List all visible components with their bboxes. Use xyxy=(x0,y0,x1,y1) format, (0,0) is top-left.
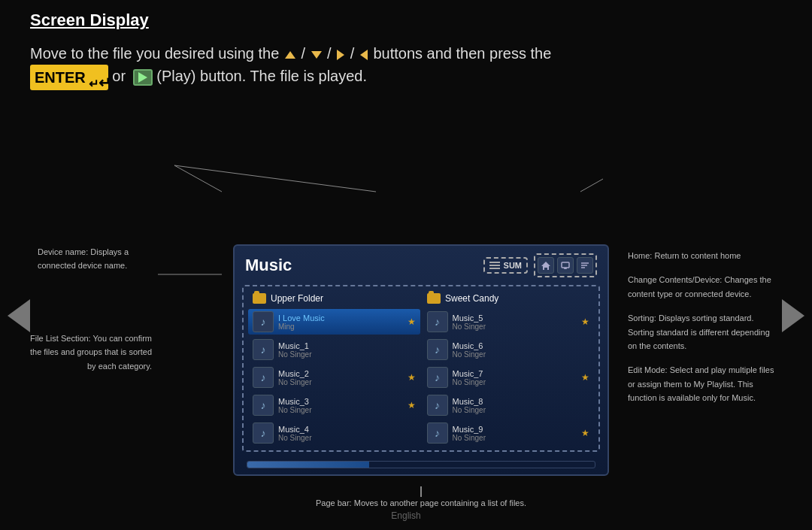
instruction-part1: Move to the file you desired using the xyxy=(30,45,279,62)
file-list-annotation: File List Section: You can confirm the f… xyxy=(24,331,152,372)
page-bar-annotation-container: Page bar: Moves to another page containi… xyxy=(222,486,620,507)
page-title: Screen Display xyxy=(30,11,149,30)
music-file-name: Music_5 xyxy=(453,313,577,323)
play-button-icon xyxy=(133,69,153,86)
edit-mode-annotation: Edit Mode: Select and play multiple file… xyxy=(628,362,774,404)
star-icon: ★ xyxy=(581,316,589,327)
music-note-icon: ♪ xyxy=(253,311,274,332)
sum-tab-container: SUM xyxy=(483,257,528,274)
device-name-annotation: Device name: Displays a connected device… xyxy=(38,244,158,272)
music-file-artist: No Singer xyxy=(278,350,416,359)
music-file-info: Music_4No Singer xyxy=(278,425,416,442)
file-grid: ♪I Love MusicMing★♪Music_5No Singer★♪Mus… xyxy=(248,309,594,446)
music-file-artist: No Singer xyxy=(278,406,403,414)
page-bar-annotation: Page bar: Moves to another page containi… xyxy=(222,498,620,507)
music-title: Music xyxy=(245,256,292,275)
music-file-name: Music_9 xyxy=(453,425,577,434)
footer-language: English xyxy=(391,510,420,521)
svg-rect-8 xyxy=(562,262,569,268)
music-file-item[interactable]: ♪Music_9No Singer★ xyxy=(423,420,595,446)
star-icon: ★ xyxy=(581,428,589,438)
music-file-item[interactable]: ♪Music_4No Singer xyxy=(248,420,420,446)
sorting-icon[interactable] xyxy=(577,257,593,274)
star-icon: ★ xyxy=(408,372,416,383)
music-file-info: Music_6No Singer xyxy=(453,341,590,359)
music-header: Music SUM xyxy=(235,246,607,282)
page-bar[interactable] xyxy=(247,461,595,468)
star-icon: ★ xyxy=(408,400,416,410)
music-file-artist: No Singer xyxy=(453,323,577,331)
music-file-artist: No Singer xyxy=(453,406,590,414)
music-file-name: Music_4 xyxy=(278,425,416,434)
home-annotation: Home: Return to content home xyxy=(628,248,774,262)
music-file-info: Music_7No Singer xyxy=(453,369,577,386)
folder-row: Upper Folder Sweet Candy xyxy=(248,291,594,306)
play-triangle-icon xyxy=(138,72,147,83)
music-file-item[interactable]: ♪Music_3No Singer★ xyxy=(248,392,420,418)
page-bar-fill xyxy=(247,462,369,468)
sum-tab[interactable]: SUM xyxy=(483,257,528,274)
music-file-artist: No Singer xyxy=(278,378,403,386)
music-file-item[interactable]: ♪Music_6No Singer xyxy=(423,337,595,362)
nav-left-arrow[interactable] xyxy=(8,299,30,332)
star-icon: ★ xyxy=(581,372,589,383)
ctrl-icons-container xyxy=(534,253,597,277)
instruction-part2: buttons and then press the xyxy=(373,45,551,62)
star-icon: ★ xyxy=(408,316,416,327)
change-contents-icon[interactable] xyxy=(557,257,574,274)
change-svg xyxy=(560,260,571,271)
arrow-right-icon xyxy=(337,50,344,60)
music-file-artist: Ming xyxy=(278,323,403,331)
music-file-item[interactable]: ♪Music_7No Singer★ xyxy=(423,365,595,390)
music-file-name: I Love Music xyxy=(278,313,403,323)
music-file-item[interactable]: ♪I Love MusicMing★ xyxy=(248,309,420,335)
music-frame: Music SUM xyxy=(233,244,609,476)
music-file-item[interactable]: ♪Music_1No Singer xyxy=(248,337,420,362)
music-file-info: Music_2No Singer xyxy=(278,369,403,386)
folder-icon xyxy=(253,293,266,304)
sweet-candy-folder-item[interactable]: Sweet Candy xyxy=(423,291,594,306)
music-file-item[interactable]: ♪Music_5No Singer★ xyxy=(423,309,595,335)
music-file-info: Music_8No Singer xyxy=(453,397,590,414)
music-note-icon: ♪ xyxy=(253,395,274,416)
ctrl-icons-group xyxy=(534,253,597,277)
sum-bars-icon xyxy=(489,262,500,269)
music-file-info: Music_9No Singer xyxy=(453,425,577,442)
music-file-name: Music_3 xyxy=(278,397,403,406)
file-list-section: Upper Folder Sweet Candy xyxy=(235,282,607,458)
upper-folder-item[interactable]: Upper Folder xyxy=(248,291,420,306)
change-contents-annotation: Change Contents/Device: Changes the cont… xyxy=(628,272,774,300)
enter-symbol: ↵ xyxy=(89,71,104,83)
music-file-artist: No Singer xyxy=(278,434,416,442)
instruction-part4: (Play) button. The file is played. xyxy=(156,68,367,84)
music-file-info: Music_1No Singer xyxy=(278,341,416,359)
home-icon[interactable] xyxy=(538,257,554,274)
right-annotations: Home: Return to content home Change Cont… xyxy=(628,248,774,404)
music-file-artist: No Singer xyxy=(453,434,577,442)
sum-label: SUM xyxy=(504,261,522,270)
music-file-artist: No Singer xyxy=(453,350,590,359)
home-svg xyxy=(541,260,551,271)
music-note-icon: ♪ xyxy=(253,339,274,360)
sorting-annotation: Sorting: Displays sorting standard. Sort… xyxy=(628,310,774,352)
music-file-name: Music_8 xyxy=(453,397,590,406)
music-ui-container: Music SUM xyxy=(222,244,620,507)
music-file-name: Music_2 xyxy=(278,369,403,378)
music-note-icon: ♪ xyxy=(427,339,448,360)
page-bar-container xyxy=(235,458,607,474)
enter-button: ENTER ↵ xyxy=(30,65,108,90)
file-list-dashed-box: Upper Folder Sweet Candy xyxy=(242,285,600,452)
music-note-icon: ♪ xyxy=(427,422,448,444)
music-file-item[interactable]: ♪Music_8No Singer xyxy=(423,392,595,418)
sort-svg xyxy=(580,260,590,271)
music-file-item[interactable]: ♪Music_2No Singer★ xyxy=(248,365,420,390)
nav-right-arrow[interactable] xyxy=(782,299,804,332)
music-file-info: Music_5No Singer xyxy=(453,313,577,331)
arrow-up-icon xyxy=(285,51,295,59)
music-note-icon: ♪ xyxy=(427,367,448,388)
header: Screen Display Move to the file you desi… xyxy=(0,0,812,98)
music-file-name: Music_1 xyxy=(278,341,416,350)
music-file-info: I Love MusicMing xyxy=(278,313,403,331)
music-note-icon: ♪ xyxy=(427,311,448,332)
instruction-text: Move to the file you desired using the /… xyxy=(30,42,782,90)
